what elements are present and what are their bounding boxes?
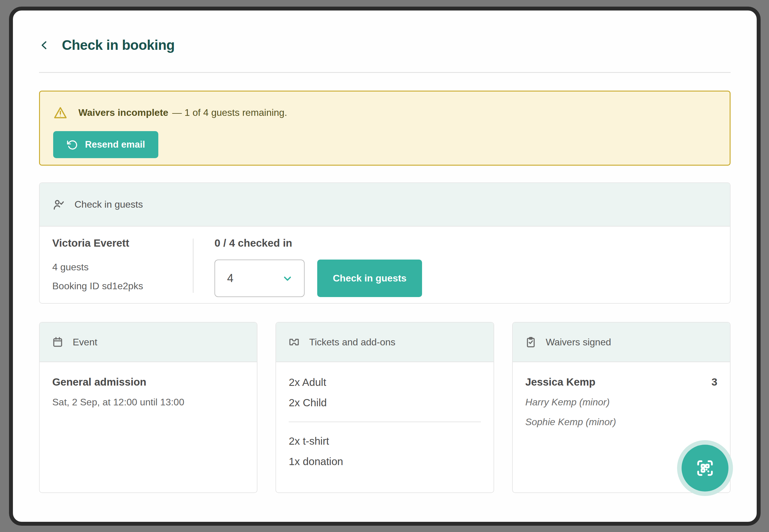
- tickets-card: Tickets and add-ons 2x Adult 2x Child 2x…: [276, 322, 494, 493]
- waivers-card-header: Waivers signed: [513, 323, 730, 362]
- addon-line: 2x t-shirt: [289, 435, 481, 447]
- addon-line: 1x donation: [289, 455, 481, 468]
- check-in-guests-button[interactable]: Check in guests: [317, 260, 422, 297]
- booking-id: Booking ID sd1e2pks: [52, 281, 193, 291]
- guest-count-select-value: 4: [227, 272, 234, 285]
- tickets-addons-divider: [289, 422, 481, 422]
- qr-scan-icon: [694, 457, 716, 479]
- waivers-warning-banner: Waivers incomplete — 1 of 4 guests remai…: [39, 91, 731, 166]
- event-card-header: Event: [40, 323, 257, 362]
- check-in-panel-title: Check in guests: [74, 199, 143, 210]
- qr-scan-fab-halo: [677, 440, 733, 496]
- warning-detail: — 1 of 4 guests remaining.: [172, 107, 287, 118]
- ticket-icon: [288, 336, 300, 348]
- clipboard-check-icon: [525, 336, 537, 348]
- resend-email-button[interactable]: Resend email: [53, 131, 158, 158]
- guest-count-select[interactable]: 4: [215, 260, 305, 297]
- waiver-count-badge: 3: [712, 376, 717, 388]
- event-schedule: Sat, 2 Sep, at 12:00 until 13:00: [52, 396, 244, 408]
- check-in-panel-header: Check in guests: [40, 183, 730, 227]
- tickets-card-title: Tickets and add-ons: [309, 337, 395, 348]
- chevron-down-icon: [282, 273, 293, 284]
- event-name: General admission: [52, 376, 244, 388]
- check-in-panel: Check in guests Victoria Everett 4 guest…: [39, 182, 731, 304]
- resend-icon: [66, 139, 78, 150]
- warning-triangle-icon: [53, 105, 68, 120]
- app-window: Check in booking Waivers incomplete — 1 …: [9, 7, 761, 526]
- qr-scan-button[interactable]: [682, 445, 728, 491]
- page-title: Check in booking: [62, 37, 174, 53]
- waiver-minor: Harry Kemp (minor): [525, 396, 717, 408]
- check-in-actions: 0 / 4 checked in 4 Check in guests: [194, 237, 422, 297]
- back-button[interactable]: [39, 38, 50, 52]
- warning-message: Waivers incomplete — 1 of 4 guests remai…: [78, 107, 287, 118]
- guest-count: 4 guests: [52, 262, 193, 272]
- page-header: Check in booking: [39, 36, 731, 54]
- ticket-line: 2x Adult: [289, 376, 481, 389]
- checked-in-progress: 0 / 4 checked in: [215, 237, 422, 249]
- waiver-signer-name: Jessica Kemp: [525, 376, 596, 388]
- event-card-title: Event: [73, 337, 97, 348]
- guest-name: Victoria Everett: [52, 237, 193, 249]
- booking-summary: Victoria Everett 4 guests Booking ID sd1…: [52, 237, 193, 297]
- header-divider: [39, 72, 731, 73]
- event-card: Event General admission Sat, 2 Sep, at 1…: [39, 322, 258, 493]
- tickets-card-header: Tickets and add-ons: [276, 323, 493, 362]
- chevron-left-icon: [39, 38, 50, 52]
- ticket-line: 2x Child: [289, 396, 481, 409]
- check-in-guests-label: Check in guests: [333, 273, 406, 284]
- waiver-minor: Sophie Kemp (minor): [525, 416, 717, 428]
- waivers-card-title: Waivers signed: [546, 337, 611, 348]
- calendar-icon: [52, 336, 64, 348]
- resend-label: Resend email: [85, 139, 145, 150]
- user-check-icon: [52, 198, 65, 211]
- warning-title: Waivers incomplete: [78, 107, 168, 118]
- detail-cards: Event General admission Sat, 2 Sep, at 1…: [39, 322, 731, 493]
